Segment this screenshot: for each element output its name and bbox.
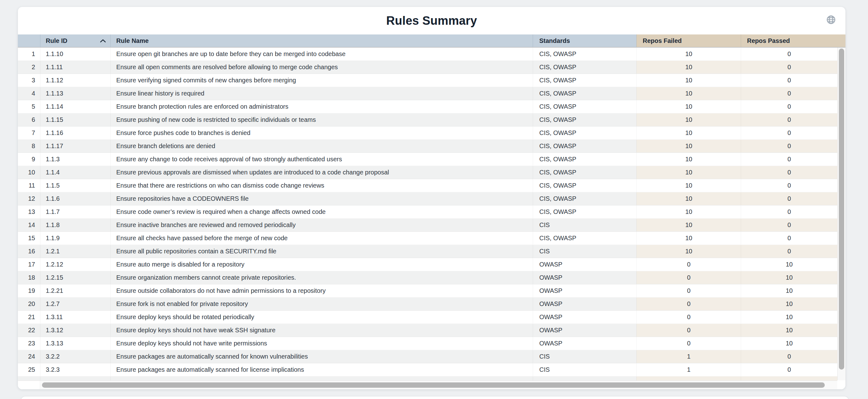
cell-repos-passed: 0: [741, 153, 837, 166]
cell-repos-passed: 0: [741, 350, 837, 363]
table-row: 24 3.2.2 Ensure packages are automatical…: [18, 350, 845, 363]
cell-repos-failed: 10: [637, 127, 741, 139]
cell-row-number: 2: [18, 61, 40, 74]
cell-repos-failed: 10: [637, 74, 741, 87]
header-standards[interactable]: Standards: [533, 34, 637, 47]
table-row: 7 1.1.16 Ensure force pushes code to bra…: [18, 127, 845, 140]
table-row: 15 1.1.9 Ensure all checks have passed b…: [18, 232, 845, 245]
cell-rule-name: Ensure deploy keys should not have write…: [110, 337, 533, 350]
cell-repos-failed: 10: [637, 100, 741, 113]
cell-row-number: 15: [18, 232, 40, 244]
cell-repos-failed: 0: [637, 311, 741, 324]
cell-row-number: 9: [18, 153, 40, 166]
cell-rule-name: Ensure any change to code receives appro…: [110, 153, 533, 166]
cell-repos-passed: 10: [741, 324, 837, 337]
cell-repos-passed: 0: [741, 232, 837, 244]
cell-standards: CIS, OWASP: [533, 232, 637, 244]
cell-standards: CIS: [533, 350, 637, 363]
cell-rule-id: 1.1.7: [40, 205, 110, 218]
cell-repos-passed: 10: [741, 298, 837, 310]
cell-rule-id: 1.1.14: [40, 100, 110, 113]
cell-repos-failed: 10: [637, 179, 741, 192]
cell-rule-name: Ensure that there are restrictions on wh…: [110, 179, 533, 192]
header-rule-name[interactable]: Rule Name: [110, 34, 533, 47]
cell-repos-failed: 0: [637, 271, 741, 284]
cell-rule-name: Ensure fork is not enabled for private r…: [110, 298, 533, 310]
cell-repos-passed: 10: [741, 311, 837, 324]
cell-repos-passed: 10: [741, 271, 837, 284]
header-row-number: [18, 34, 40, 47]
cell-rule-name: Ensure all public repositories contain a…: [110, 245, 533, 258]
header-rule-id-label: Rule ID: [46, 37, 67, 44]
cell-standards: CIS, OWASP: [533, 100, 637, 113]
cell-rule-id: 1.2.21: [40, 285, 110, 297]
cell-standards: OWASP: [533, 324, 637, 337]
cell-row-number: 22: [18, 324, 40, 337]
cell-rule-name: Ensure branch protection rules are enfor…: [110, 100, 533, 113]
table-row: 14 1.1.8 Ensure inactive branches are re…: [18, 219, 845, 232]
table-row: 1 1.1.10 Ensure open git branches are up…: [18, 47, 845, 61]
cell-repos-failed: 10: [637, 245, 741, 258]
cell-rule-id: 1.1.17: [40, 140, 110, 153]
vertical-scrollbar-thumb[interactable]: [839, 48, 844, 370]
cell-rule-id: 1.1.10: [40, 47, 110, 61]
cell-row-number: 13: [18, 205, 40, 218]
cell-repos-failed: 10: [637, 113, 741, 126]
cell-rule-id: 1.1.11: [40, 61, 110, 74]
cell-repos-failed: 1: [637, 350, 741, 363]
cell-rule-name: Ensure outside collaborators do not have…: [110, 285, 533, 297]
header-rule-id[interactable]: Rule ID: [40, 34, 110, 47]
cell-standards: OWASP: [533, 271, 637, 284]
page: Rules Summary Rule ID: [0, 0, 868, 399]
cell-rule-id: 1.2.12: [40, 258, 110, 271]
cell-standards: CIS, OWASP: [533, 153, 637, 166]
next-card-top-edge: [21, 397, 848, 399]
table-row: 13 1.1.7 Ensure code owner’s review is r…: [18, 205, 845, 219]
cell-repos-passed: 10: [741, 285, 837, 297]
cell-rule-id: 1.1.6: [40, 192, 110, 205]
cell-row-number: 4: [18, 87, 40, 100]
header-repos-passed[interactable]: Repos Passed: [741, 34, 845, 47]
vertical-scrollbar[interactable]: [837, 47, 845, 380]
cell-row-number: 20: [18, 298, 40, 310]
cell-repos-passed: 0: [741, 61, 837, 74]
globe-button[interactable]: [826, 15, 836, 25]
cell-repos-passed: 0: [741, 74, 837, 87]
cell-row-number: 11: [18, 179, 40, 192]
cell-rule-name: Ensure deploy keys should not have weak …: [110, 324, 533, 337]
cell-standards: OWASP: [533, 337, 637, 350]
cell-rule-id: 1.1.16: [40, 127, 110, 139]
cell-rule-id: 1.1.3: [40, 153, 110, 166]
globe-icon: [826, 15, 836, 25]
table-row: 16 1.2.1 Ensure all public repositories …: [18, 245, 845, 258]
cell-rule-name: Ensure branch deletions are denied: [110, 140, 533, 153]
cell-repos-failed: 10: [637, 61, 741, 74]
table-header: Rule ID Rule Name Standards Repos Failed…: [18, 34, 845, 47]
cell-repos-failed: 10: [637, 205, 741, 218]
cell-standards: OWASP: [533, 311, 637, 324]
cell-rule-id: [40, 376, 110, 380]
horizontal-scrollbar-thumb[interactable]: [42, 383, 825, 388]
cell-row-number: 1: [18, 47, 40, 61]
cell-rule-name: Ensure organization members cannot creat…: [110, 271, 533, 284]
cell-rule-name: Ensure all open comments are resolved be…: [110, 61, 533, 74]
table-row: 2 1.1.11 Ensure all open comments are re…: [18, 61, 845, 74]
cell-row-number: 23: [18, 337, 40, 350]
cell-rule-name: Ensure previous approvals are dismissed …: [110, 166, 533, 179]
cell-standards: CIS, OWASP: [533, 166, 637, 179]
cell-repos-failed: 10: [637, 153, 741, 166]
cell-row-number: 12: [18, 192, 40, 205]
cell-rule-id: 1.1.15: [40, 113, 110, 126]
cell-rule-name: Ensure deploy keys should be rotated per…: [110, 311, 533, 324]
cell-repos-passed: 0: [741, 113, 837, 126]
horizontal-scrollbar[interactable]: [18, 380, 845, 389]
cell-standards: CIS, OWASP: [533, 113, 637, 126]
header-repos-failed[interactable]: Repos Failed: [637, 34, 741, 47]
cell-row-number: 18: [18, 271, 40, 284]
cell-repos-failed: 0: [637, 298, 741, 310]
cell-rule-id: 1.1.5: [40, 179, 110, 192]
cell-rule-name: Ensure auto merge is disabled for a repo…: [110, 258, 533, 271]
cell-standards: [533, 376, 637, 380]
cell-standards: CIS, OWASP: [533, 127, 637, 139]
cell-row-number: 25: [18, 363, 40, 376]
